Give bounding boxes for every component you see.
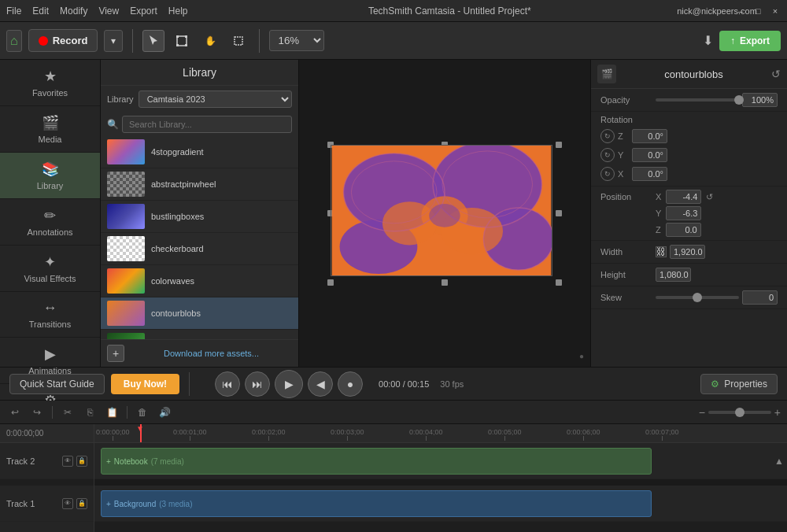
play-button[interactable]: ▶ [275,370,303,398]
crop-tool[interactable] [227,30,249,52]
sidebar-item-visual-effects[interactable]: ✦ Visual Effects [0,246,100,292]
track-2-visibility[interactable]: 👁 [62,456,73,467]
home-icon[interactable]: ⌂ [10,34,18,48]
menu-edit[interactable]: Edit [32,6,49,17]
maximize-button[interactable]: □ [752,6,763,17]
record-dropdown[interactable]: ▾ [104,30,123,52]
position-x-value[interactable]: -4.4 [666,190,701,204]
sidebar-item-media[interactable]: 🎬 Media [0,106,100,153]
rotation-y-value[interactable]: 0.0° [632,148,667,162]
asset-item-bustlingboxes[interactable]: bustlingboxes [101,201,298,233]
close-button[interactable]: × [770,6,781,17]
rotation-z-value[interactable]: 0.0° [632,129,667,143]
track-1-visibility[interactable]: 👁 [62,498,73,509]
paste-button[interactable]: 📋 [103,404,120,421]
download-assets-link[interactable]: Download more assets... [131,349,292,358]
properties-panel-tab[interactable]: 🎬 [597,65,616,83]
track-1-lock[interactable]: 🔒 [76,498,87,509]
frame-back-button[interactable]: ⏭ [245,371,270,397]
buy-now-button[interactable]: Buy Now! [111,374,179,394]
asset-item-checkerboard[interactable]: checkerboard [101,233,298,265]
width-value[interactable]: 1,920.0 [670,245,705,259]
quick-start-guide-button[interactable]: Quick Start Guide [9,374,105,394]
sidebar-item-favorites[interactable]: ★ Favorites [0,60,100,106]
select-tool[interactable] [142,30,164,52]
width-lock-icon[interactable]: ⛓ [656,246,667,257]
handle-bc[interactable] [442,279,448,286]
sidebar-item-transitions[interactable]: ↔ Transitions [0,292,100,338]
position-z-value[interactable]: 0.0 [666,223,701,237]
frame-forward-button[interactable]: ◀ [308,371,333,397]
pan-tool[interactable]: ✋ [199,30,221,52]
handle-br[interactable] [556,279,562,286]
sidebar-item-library[interactable]: 📚 Library [0,153,100,199]
volume-button[interactable]: ● [338,371,363,397]
playhead[interactable] [140,424,142,442]
asset-item-abstractpinwheel[interactable]: abstractpinwheel [101,168,298,201]
skew-thumb[interactable] [693,293,702,302]
rotation-y-icon[interactable]: ↻ [600,148,615,162]
transform-tool[interactable] [171,30,193,52]
minimize-button[interactable]: – [735,6,746,17]
undo-button[interactable]: ↩ [6,404,24,421]
library-search: 🔍 [101,113,298,136]
handle-mr[interactable] [556,210,562,216]
zoom-select[interactable]: 16% [269,30,324,51]
delete-button[interactable]: 🗑 [134,404,151,421]
handle-bl[interactable] [327,279,334,286]
window-buttons[interactable]: nick@nickpeers.com – □ × [711,6,781,17]
library-selector-dropdown[interactable]: Camtasia 2023 [139,91,292,108]
handle-tr[interactable] [556,142,562,148]
ruler-line [583,436,584,441]
track-2-expand[interactable]: ▲ [774,456,784,467]
cut-button[interactable]: ✂ [59,404,76,421]
rotation-x-icon[interactable]: ↻ [600,167,615,181]
properties-button[interactable]: ⚙ Properties [700,374,778,394]
opacity-thumb[interactable] [734,95,744,105]
zoom-thumb[interactable] [735,408,745,417]
zoom-in-icon[interactable]: + [774,406,781,419]
menu-file[interactable]: File [6,6,21,17]
asset-item-digitaltrains[interactable]: digitaltrains [101,330,298,339]
rotation-x-axis: X [618,169,629,179]
menu-help[interactable]: Help [168,6,188,17]
asset-item-colorwaves[interactable]: colorwaves [101,265,298,297]
zoom-out-icon[interactable]: − [699,406,705,419]
fps-display: 30 fps [440,379,464,389]
export-button[interactable]: ↑ Export [719,31,781,51]
audio-button[interactable]: 🔊 [156,404,173,421]
rotation-x-value[interactable]: 0.0° [632,167,667,181]
position-reset-x[interactable]: ↺ [706,192,713,202]
expand-icon[interactable]: + [106,457,111,466]
refresh-button[interactable]: ↺ [771,68,781,80]
rotation-z-icon[interactable]: ↻ [600,129,615,143]
menu-export[interactable]: Export [130,6,157,17]
expand-icon-bg[interactable]: + [106,500,111,508]
position-y-value[interactable]: -6.3 [666,206,701,220]
redo-button[interactable]: ↪ [28,404,46,421]
search-input[interactable] [122,116,292,133]
menu-view[interactable]: View [98,6,119,17]
opacity-slider[interactable] [656,98,739,102]
opacity-value[interactable]: 100% [742,93,778,107]
sidebar-item-annotations[interactable]: ✏ Annotations [0,199,100,246]
track-2-lock[interactable]: 🔒 [76,456,87,467]
asset-item-4stopgradient[interactable]: 4stopgradient [101,136,298,168]
download-icon[interactable]: ⬇ [703,33,713,48]
ruler-time-6: 0:00:06;00 [567,428,600,436]
record-button[interactable]: Record [28,29,98,52]
skew-value[interactable]: 0 [742,290,778,305]
track-clip-notebook[interactable]: + Notebook (7 media) [101,448,652,475]
height-value[interactable]: 1,080.0 [656,268,691,282]
rewind-button[interactable]: ⏮ [215,371,240,397]
zoom-slider[interactable] [708,411,771,414]
menu-modify[interactable]: Modify [60,6,87,17]
skew-slider[interactable] [656,296,739,299]
add-asset-button[interactable]: + [107,345,124,362]
search-icon: 🔍 [107,119,119,130]
library-selector-label: Library [107,94,134,104]
asset-item-contourblobs[interactable]: contourblobs [101,297,298,330]
copy-button[interactable]: ⎘ [81,404,98,421]
track-clip-background[interactable]: + Background (3 media) [101,490,652,517]
menu-bar[interactable]: File Edit Modify View Export Help [6,6,188,17]
